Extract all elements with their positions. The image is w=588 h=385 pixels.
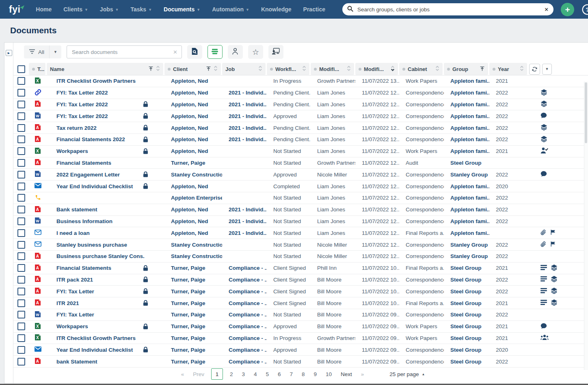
table-row[interactable]: X Workpapers Turner, Paige Compliance - … — [13, 321, 588, 333]
row-checkbox[interactable] — [17, 229, 25, 237]
row-checkbox[interactable] — [17, 89, 25, 97]
job-cell[interactable]: Compliance - ... — [222, 286, 267, 297]
row-checkbox[interactable] — [17, 358, 25, 366]
group-cell[interactable]: Steel Group — [444, 286, 489, 297]
clear-global-search-icon[interactable]: ✕ — [544, 6, 549, 13]
document-name[interactable]: FYI: Tax Letter 2022 — [56, 101, 108, 108]
client-cell[interactable]: Appleton, Ned — [164, 181, 222, 192]
table-row[interactable]: Year End Individual Checklist Appleton, … — [13, 181, 588, 192]
document-name[interactable]: Bank statement — [56, 206, 97, 213]
row-checkbox[interactable] — [17, 194, 25, 202]
job-cell[interactable] — [222, 157, 267, 169]
row-checkbox[interactable] — [17, 241, 25, 249]
document-name[interactable]: Stanley business purchase — [56, 242, 127, 248]
row-checkbox[interactable] — [17, 77, 25, 85]
table-row[interactable]: X Workpapers Appleton, Ned Not Started L… — [13, 146, 588, 157]
group-cell[interactable]: Stanley Group — [444, 251, 489, 262]
group-cell[interactable]: Appleton fami... — [444, 99, 489, 110]
first-page-button[interactable]: « — [177, 371, 189, 377]
table-row[interactable]: Stanley business purchase Stanley Constr… — [13, 239, 588, 251]
group-cell[interactable]: Steel Group — [444, 356, 489, 367]
group-cell[interactable]: Steel Group — [444, 297, 489, 309]
group-cell[interactable]: Appleton fami... — [444, 75, 489, 87]
job-cell[interactable] — [222, 251, 267, 262]
group-cell[interactable]: Appleton fami... — [444, 146, 489, 157]
group-cell[interactable]: Steel Group — [444, 274, 489, 286]
document-name[interactable]: Financial Statements — [56, 160, 111, 166]
refresh-button[interactable] — [529, 64, 540, 75]
fyi-logo[interactable]: fyi — [9, 5, 20, 14]
document-name[interactable]: Business purchase Stanley Cons. — [56, 253, 145, 259]
job-cell[interactable]: Compliance - ... — [222, 356, 267, 367]
client-cell[interactable]: Appleton, Ned — [164, 216, 222, 227]
sort-icon[interactable] — [302, 65, 306, 73]
client-cell[interactable]: Appleton, Ned — [164, 110, 222, 122]
document-name[interactable]: 2022 Engagement Letter — [56, 172, 120, 178]
job-cell[interactable]: Compliance - ... — [222, 262, 267, 274]
group-cell[interactable]: Appleton fami... — [444, 122, 489, 133]
nav-item-knowledge[interactable]: Knowledge — [261, 6, 292, 13]
nav-item-tasks[interactable]: Tasks▼ — [130, 6, 152, 13]
table-row[interactable]: A bank Statement Turner, Paige Complianc… — [13, 356, 588, 368]
table-row[interactable]: A Financial Statements 2022 Appleton, Ne… — [13, 134, 588, 146]
document-name[interactable]: I need a loan — [56, 230, 90, 236]
client-cell[interactable]: Turner, Paige — [164, 321, 222, 332]
client-cell[interactable]: Appleton Enterprises — [164, 192, 222, 204]
document-name[interactable]: Workpapers — [56, 323, 88, 329]
document-name[interactable]: ITR 2021 — [56, 300, 79, 306]
table-row[interactable]: A FYI: Tax Letter 2022 Appleton, Ned 202… — [13, 99, 588, 111]
group-cell[interactable]: Steel Group — [444, 344, 489, 355]
row-checkbox[interactable] — [17, 264, 25, 272]
table-row[interactable]: W 2022 Engagement Letter Stanley Constru… — [13, 169, 588, 181]
job-cell[interactable]: 2021 - Individ... — [222, 227, 267, 239]
client-cell[interactable]: Turner, Paige — [164, 344, 222, 355]
page-button-1[interactable]: 1 — [211, 368, 223, 380]
page-button-7[interactable]: 7 — [285, 371, 298, 377]
job-cell[interactable]: Compliance - ... — [222, 344, 267, 355]
client-cell[interactable]: Turner, Paige — [164, 274, 222, 286]
client-cell[interactable]: Stanley Constructio... — [164, 251, 222, 262]
sort-icon[interactable] — [156, 65, 160, 73]
client-cell[interactable]: Turner, Paige — [164, 157, 222, 169]
share-screen-button[interactable] — [268, 45, 283, 59]
sort-icon[interactable] — [258, 65, 262, 73]
table-row[interactable]: W Business Information Appleton, Ned 202… — [13, 216, 588, 228]
columns-menu-button[interactable]: ▼ — [542, 64, 552, 75]
client-cell[interactable]: Stanley Constructio... — [164, 239, 222, 250]
row-checkbox[interactable] — [17, 346, 25, 354]
table-row[interactable]: A Bank statement Appleton, Ned 2021 - In… — [13, 204, 588, 216]
nav-item-jobs[interactable]: Jobs▼ — [100, 6, 119, 13]
client-cell[interactable]: Appleton, Ned — [164, 204, 222, 215]
row-checkbox[interactable] — [17, 124, 25, 132]
expand-panel-button[interactable]: ▶ — [6, 50, 12, 56]
next-page-button[interactable]: Next — [336, 371, 357, 377]
document-search-input[interactable] — [71, 49, 170, 56]
sort-icon[interactable] — [391, 65, 395, 73]
row-checkbox[interactable] — [17, 299, 25, 307]
sort-icon[interactable] — [520, 65, 524, 73]
job-cell[interactable]: 2021 - Individ... — [222, 204, 267, 215]
column-header-cabinet[interactable]: Cabinet — [399, 63, 443, 75]
sort-icon[interactable] — [435, 65, 439, 73]
column-header-job[interactable]: Job — [222, 63, 266, 75]
client-cell[interactable]: Turner, Paige — [164, 333, 222, 344]
column-header-group[interactable]: Group — [444, 63, 488, 75]
document-name[interactable]: ITR Checklist Growth Partners — [56, 78, 136, 84]
help-icon[interactable]: ? — [582, 4, 588, 15]
row-checkbox[interactable] — [17, 288, 25, 295]
table-row[interactable]: W FYI: Tax Letter Turner, Paige Complian… — [13, 309, 588, 321]
document-name[interactable]: ITR Checklist Growth Partners — [56, 335, 136, 341]
row-checkbox[interactable] — [17, 136, 25, 143]
row-checkbox[interactable] — [17, 217, 25, 225]
group-cell[interactable]: Appleton fami... — [444, 134, 489, 145]
row-checkbox[interactable] — [17, 206, 25, 213]
clear-document-search-icon[interactable]: ✕ — [173, 49, 177, 55]
table-row[interactable]: A Financial Statements Turner, Paige Com… — [13, 262, 588, 274]
row-checkbox[interactable] — [17, 276, 25, 284]
column-header-type[interactable]: T... — [29, 63, 45, 75]
filter-dropdown[interactable]: All ▼ — [24, 45, 61, 58]
job-cell[interactable] — [222, 169, 267, 180]
table-row[interactable]: A Financial Statements Turner, Paige Not… — [13, 157, 588, 169]
group-cell[interactable]: Appleton fami... — [444, 192, 489, 204]
group-cell[interactable]: Steel Group — [444, 157, 489, 169]
